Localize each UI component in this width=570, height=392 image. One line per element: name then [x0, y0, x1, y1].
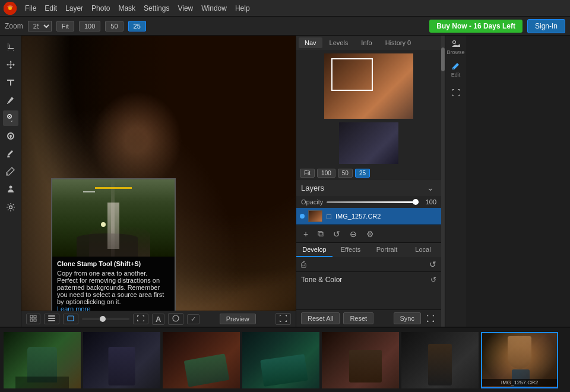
menu-view[interactable]: View: [178, 4, 193, 12]
canvas-expand-btn[interactable]: [276, 313, 291, 325]
sync-btn[interactable]: Sync: [394, 312, 421, 324]
reset-all-btn[interactable]: Reset All: [301, 312, 340, 324]
pen-tool[interactable]: [3, 164, 18, 179]
clone-stamp-tool[interactable]: [3, 110, 18, 126]
buy-now-button[interactable]: Buy Now - 16 Days Left: [429, 20, 522, 33]
nav-viewport-rect[interactable]: [331, 58, 373, 91]
actions-row: ⎙ ↺: [296, 257, 441, 271]
move-tool[interactable]: [3, 57, 18, 72]
layer-settings-btn[interactable]: ⚙: [364, 228, 376, 240]
tab-portrait[interactable]: Portrait: [369, 243, 405, 257]
add-layer-btn[interactable]: +: [301, 228, 311, 240]
svg-point-15: [173, 315, 179, 321]
filmstrip-item-4[interactable]: [242, 332, 319, 388]
canvas-circle-btn[interactable]: [168, 313, 183, 325]
zoom-select[interactable]: 2550100: [28, 21, 52, 31]
canvas-select-btn[interactable]: [63, 314, 78, 324]
person-tool[interactable]: [3, 182, 18, 197]
svg-point-1: [8, 7, 12, 10]
menu-mask[interactable]: Mask: [118, 4, 135, 12]
reset-btn[interactable]: Reset: [343, 312, 373, 324]
duplicate-layer-btn[interactable]: ⧉: [315, 227, 326, 240]
expand-btn[interactable]: [425, 312, 436, 324]
layer-thumbnail: [308, 210, 322, 222]
tab-info[interactable]: Info: [355, 37, 378, 48]
menu-layer[interactable]: Layer: [65, 4, 83, 12]
layer-item[interactable]: ◻ IMG_1257.CR2: [296, 208, 441, 225]
zoom-50-btn[interactable]: 50: [338, 169, 353, 178]
nav-thumbnail-container: [324, 53, 413, 119]
nav-tabs: Nav Levels Info History 0: [296, 36, 441, 50]
canvas-text-btn[interactable]: A: [152, 314, 164, 325]
settings-tool[interactable]: [3, 200, 18, 215]
filmstrip: IMG_1257.CR2: [0, 327, 570, 392]
filmstrip-item-7[interactable]: IMG_1257.CR2: [481, 332, 558, 388]
tone-reset-btn[interactable]: ↺: [430, 276, 436, 284]
tab-develop[interactable]: Develop: [296, 243, 332, 257]
filmstrip-label-7: IMG_1257.CR2: [482, 379, 557, 386]
opacity-label: Opacity: [301, 198, 323, 206]
zoom-100-btn[interactable]: 100: [317, 169, 335, 178]
svg-point-3: [9, 116, 10, 117]
heal-tool[interactable]: [3, 128, 18, 144]
menu-file[interactable]: File: [25, 4, 36, 12]
action-reset-btn[interactable]: ↺: [429, 260, 436, 269]
svg-rect-13: [48, 320, 55, 321]
filmstrip-item-2[interactable]: [83, 332, 160, 388]
refresh-layer-btn[interactable]: ↺: [331, 228, 343, 240]
zoom-25-btn[interactable]: 25: [355, 169, 370, 178]
opacity-slider[interactable]: [327, 201, 419, 203]
layer-mask-icon: ◻: [326, 212, 332, 220]
layers-expand-btn[interactable]: ⌄: [425, 182, 436, 194]
svg-rect-11: [48, 315, 55, 317]
zoom-slider-thumb[interactable]: [100, 316, 106, 322]
menu-settings[interactable]: Settings: [144, 4, 169, 12]
mask-layer-btn[interactable]: ⊖: [347, 228, 359, 240]
zoom-25-button[interactable]: 25: [128, 21, 146, 31]
tab-local[interactable]: Local: [405, 243, 441, 257]
bottom-buttons: Reset All Reset Sync: [296, 309, 441, 327]
fit-button[interactable]: Fit: [56, 21, 74, 31]
tab-levels[interactable]: Levels: [324, 37, 354, 48]
tab-history[interactable]: History 0: [379, 37, 417, 48]
layer-actions: + ⧉ ↺ ⊖ ⚙: [296, 225, 441, 242]
filmstrip-item-5[interactable]: [322, 332, 399, 388]
action-share-btn[interactable]: ⎙: [301, 260, 306, 269]
filmstrip-item-6[interactable]: [401, 332, 479, 388]
expand-far-btn[interactable]: [448, 84, 464, 101]
nav-preview: [296, 50, 441, 167]
right-panel: Nav Levels Info History 0 Fit 100 50 25: [296, 36, 441, 327]
svg-rect-8: [34, 315, 36, 318]
filmstrip-item-1[interactable]: [4, 332, 81, 388]
clone-learn-more[interactable]: Learn more: [57, 305, 90, 311]
svg-rect-14: [68, 316, 74, 321]
right-panel-wrap: Nav Levels Info History 0 Fit 100 50 25: [296, 36, 570, 327]
layers-header: Layers ⌄: [296, 179, 441, 196]
canvas-grid-btn[interactable]: [26, 314, 40, 324]
preview-button[interactable]: Preview: [220, 314, 256, 324]
sign-in-button[interactable]: Sign-In: [527, 19, 565, 33]
brush-tool[interactable]: [3, 93, 18, 108]
canvas-fit-btn[interactable]: [133, 314, 148, 324]
text-tool[interactable]: [3, 75, 18, 90]
opacity-slider-thumb[interactable]: [413, 199, 419, 205]
eraser-tool[interactable]: [3, 146, 18, 162]
zoom-100-button[interactable]: 100: [79, 21, 100, 31]
zoom-50-button[interactable]: 50: [105, 21, 123, 31]
canvas-layers-btn[interactable]: [44, 314, 59, 324]
zoom-fit-btn[interactable]: Fit: [300, 169, 315, 178]
menu-window[interactable]: Window: [201, 4, 227, 12]
menu-photo[interactable]: Photo: [91, 4, 110, 12]
canvas-check-btn[interactable]: ✓: [187, 314, 200, 324]
browse-btn[interactable]: Browse: [448, 39, 464, 56]
crop-tool[interactable]: [3, 39, 18, 55]
layer-visibility-dot[interactable]: [300, 214, 305, 219]
svg-point-5: [9, 186, 12, 189]
menu-edit[interactable]: Edit: [45, 4, 57, 12]
edit-btn[interactable]: Edit: [448, 62, 464, 78]
menubar: File Edit Layer Photo Mask Settings View…: [0, 0, 570, 17]
tab-effects[interactable]: Effects: [332, 243, 369, 257]
tab-nav[interactable]: Nav: [299, 37, 322, 48]
menu-help[interactable]: Help: [235, 4, 250, 12]
filmstrip-item-3[interactable]: [163, 332, 240, 388]
